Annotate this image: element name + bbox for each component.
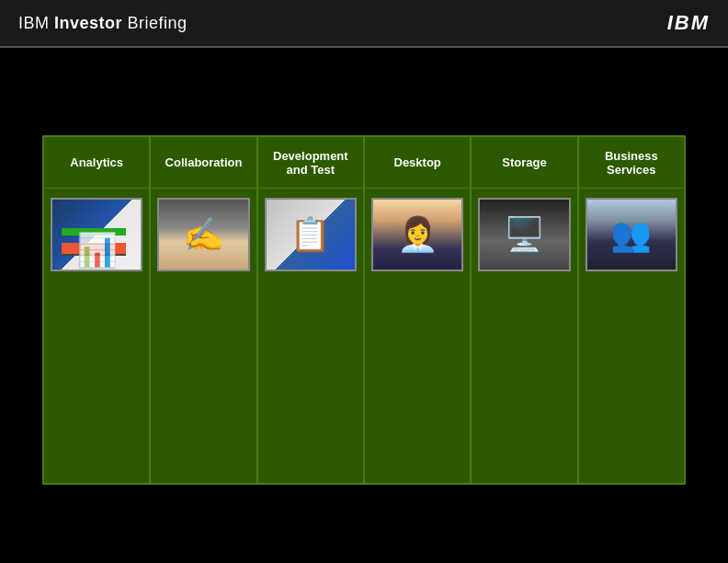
category-grid: Analytics Collaboration Development and …	[42, 135, 686, 485]
column-analytics[interactable]: Analytics	[44, 137, 151, 483]
development-image	[265, 198, 358, 271]
header: IBM Investor Briefing IBM	[0, 0, 728, 48]
column-business-services[interactable]: Business Services	[579, 137, 684, 483]
development-header: Development and Test	[258, 137, 363, 189]
business-services-image	[586, 198, 678, 271]
column-collaboration[interactable]: Collaboration	[151, 137, 257, 483]
analytics-image	[51, 198, 143, 271]
business-services-header: Business Services	[579, 137, 684, 189]
main-content: Analytics Collaboration Development and …	[0, 48, 728, 563]
storage-header: Storage	[472, 137, 576, 189]
ibm-logo: IBM	[667, 11, 710, 35]
column-storage[interactable]: Storage	[472, 137, 578, 483]
analytics-header: Analytics	[44, 137, 149, 189]
collaboration-image	[157, 198, 250, 271]
column-development[interactable]: Development and Test	[258, 137, 365, 483]
header-title: IBM Investor Briefing	[18, 14, 188, 33]
storage-image	[478, 198, 571, 271]
column-desktop[interactable]: Desktop	[365, 137, 472, 483]
collaboration-header: Collaboration	[151, 137, 256, 189]
desktop-header: Desktop	[365, 137, 470, 189]
desktop-image	[371, 198, 464, 271]
